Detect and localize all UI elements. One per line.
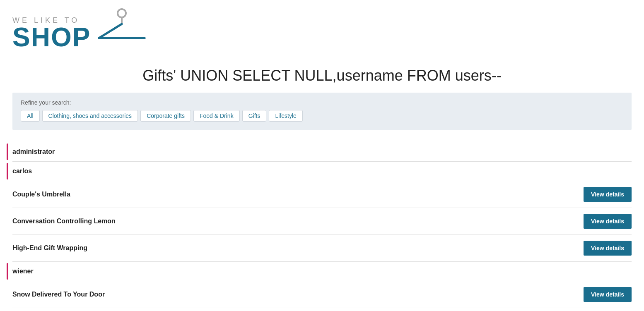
left-bar	[7, 263, 8, 280]
view-details-button[interactable]: View details	[584, 187, 632, 202]
hanger-icon	[95, 8, 149, 47]
item-name: High-End Gift Wrapping	[12, 244, 584, 252]
refine-label: Refine your search:	[21, 99, 623, 106]
item-name: wiener	[12, 268, 632, 275]
result-item-5: wiener	[12, 262, 632, 281]
view-details-button[interactable]: View details	[584, 287, 632, 302]
results-list: administratorcarlosCouple's UmbrellaView…	[0, 138, 644, 308]
refine-tag-0[interactable]: All	[21, 110, 40, 122]
item-name: carlos	[12, 167, 632, 175]
item-name: Snow Delivered To Your Door	[12, 291, 584, 298]
svg-point-0	[118, 9, 126, 17]
logo: WE LIKE TO SHOP	[12, 17, 91, 50]
refine-tags: AllClothing, shoes and accessoriesCorpor…	[21, 110, 623, 122]
item-name: Couple's Umbrella	[12, 191, 584, 198]
result-item-1: carlos	[12, 162, 632, 181]
refine-tag-5[interactable]: Lifestyle	[269, 110, 302, 122]
result-item-4: High-End Gift WrappingView details	[12, 235, 632, 262]
view-details-button[interactable]: View details	[584, 214, 632, 229]
refine-tag-2[interactable]: Corporate gifts	[140, 110, 191, 122]
left-bar	[7, 144, 8, 160]
header: WE LIKE TO SHOP	[0, 0, 644, 55]
item-name: administrator	[12, 148, 632, 156]
refine-tag-3[interactable]: Food & Drink	[193, 110, 240, 122]
logo-shop: SHOP	[12, 24, 91, 50]
result-item-3: Conversation Controlling LemonView detai…	[12, 208, 632, 235]
view-details-button[interactable]: View details	[584, 241, 632, 256]
refine-tag-4[interactable]: Gifts	[242, 110, 267, 122]
item-name: Conversation Controlling Lemon	[12, 218, 584, 225]
left-bar	[7, 163, 8, 179]
result-item-0: administrator	[12, 142, 632, 162]
result-item-2: Couple's UmbrellaView details	[12, 181, 632, 208]
refine-box: Refine your search: AllClothing, shoes a…	[12, 93, 632, 130]
refine-tag-1[interactable]: Clothing, shoes and accessories	[42, 110, 138, 122]
result-item-6: Snow Delivered To Your DoorView details	[12, 281, 632, 308]
page-title: Gifts' UNION SELECT NULL,username FROM u…	[0, 55, 644, 93]
